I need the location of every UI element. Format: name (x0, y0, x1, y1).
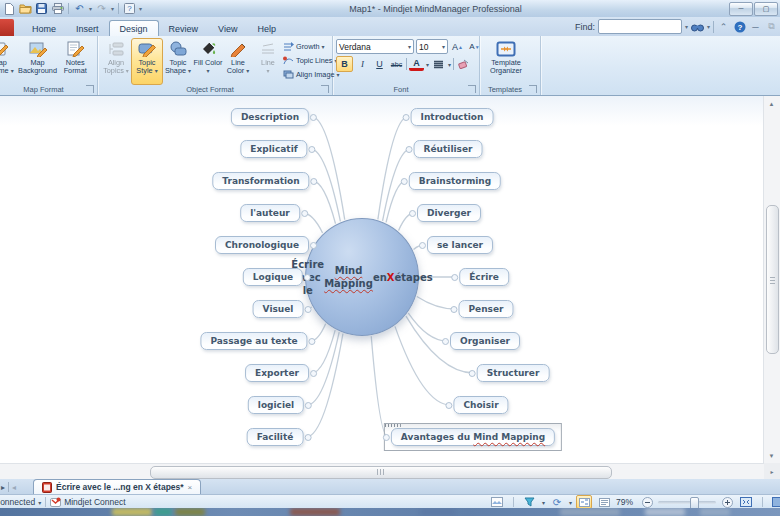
underline-button[interactable]: U (372, 57, 387, 71)
map-canvas[interactable]: Écrire avec le Mind Mapping en X étapes … (0, 96, 764, 463)
undo-caret-icon[interactable]: ▾ (89, 5, 92, 12)
outline-view-button[interactable] (596, 495, 612, 509)
topic-node[interactable]: l'auteur (240, 204, 300, 222)
tab-view[interactable]: View (208, 21, 247, 36)
tab-scroll-right-icon[interactable]: ▸ (0, 483, 8, 494)
open-folder-icon[interactable] (19, 2, 32, 15)
refresh-caret-icon[interactable]: ▾ (569, 499, 572, 506)
template-organizer-button[interactable]: TemplateOrganizer (483, 38, 529, 84)
application-menu-button[interactable] (0, 19, 14, 36)
font-color-button[interactable]: A (409, 57, 424, 71)
align-topics-button[interactable]: Align Topics ▾ (101, 38, 131, 84)
map-background-button[interactable]: Map Background (19, 38, 57, 84)
topic-node[interactable]: Réutiliser (414, 140, 483, 158)
topic-node[interactable]: Description (231, 108, 309, 126)
tab-insert[interactable]: Insert (66, 21, 109, 36)
strikethrough-button[interactable]: abc (389, 57, 404, 71)
doc-minimize-icon[interactable]: ─ (749, 20, 762, 33)
zoom-out-icon[interactable] (640, 496, 654, 508)
redo-icon[interactable]: ↷ (95, 2, 108, 15)
topic-node[interactable]: Structurer (477, 364, 550, 382)
vertical-scrollbar[interactable]: ▲ ▼ (763, 96, 780, 463)
tab-home[interactable]: Home (22, 21, 66, 36)
undo-icon[interactable]: ↶ (73, 2, 86, 15)
fill-color-button[interactable]: Fill Color ▾ (193, 38, 223, 84)
central-topic[interactable]: Écrire avec le Mind Mapping en X étapes (305, 218, 419, 336)
map-view-button[interactable] (576, 495, 592, 509)
clear-formatting-button[interactable] (456, 57, 471, 71)
minimize-button[interactable]: ─ (729, 2, 753, 16)
tab-help[interactable]: Help (247, 21, 286, 36)
zoom-slider[interactable] (658, 501, 716, 504)
topic-node[interactable]: Penser (458, 300, 513, 318)
tab-close-icon[interactable]: × (188, 483, 193, 492)
fit-map-icon[interactable] (738, 495, 754, 509)
document-tab[interactable]: Écrire avec le ...ng en X étapes* × (33, 479, 201, 494)
object-format-dialog-launcher-icon[interactable] (321, 85, 329, 93)
topic-node[interactable]: Visuel (253, 300, 304, 318)
topic-node[interactable]: Passage au texte (200, 332, 307, 350)
topic-node[interactable]: Logique (243, 268, 303, 286)
tab-review[interactable]: Review (159, 21, 209, 36)
bold-button[interactable]: B (336, 56, 353, 72)
show-notes-icon[interactable] (489, 495, 505, 509)
tab-scroll-left-icon[interactable]: ◂ (9, 483, 19, 494)
topic-style-button[interactable]: Topic Style ▾ (131, 38, 163, 85)
new-document-icon[interactable] (3, 2, 16, 15)
topic-node[interactable]: Facilité (247, 428, 304, 446)
help-icon[interactable]: ? (733, 20, 746, 33)
help-window-icon[interactable]: ? (123, 2, 136, 15)
font-size-select[interactable]: 10▾ (416, 39, 448, 54)
filter-icon[interactable] (522, 495, 538, 509)
zoom-in-icon[interactable] (720, 496, 734, 508)
scroll-down-icon[interactable]: ▼ (766, 450, 777, 461)
font-dialog-launcher-icon[interactable] (468, 85, 476, 93)
font-family-select[interactable]: Verdana▾ (336, 39, 414, 54)
topic-node[interactable]: se lancer (427, 236, 493, 254)
topic-node[interactable]: Explicatif (240, 140, 307, 158)
tab-design[interactable]: Design (109, 20, 159, 36)
map-format-dialog-launcher-icon[interactable] (86, 85, 94, 93)
horizontal-scrollbar[interactable] (0, 463, 764, 480)
topic-node[interactable]: Transformation (212, 172, 309, 190)
find-history-caret-icon[interactable]: ▾ (685, 23, 688, 30)
line-button[interactable]: Line▾ (253, 38, 283, 84)
growth-button[interactable]: Growth▾ (283, 40, 340, 53)
topic-node[interactable]: Avantages du Mind Mapping (391, 428, 555, 446)
topic-node[interactable]: Exporter (245, 364, 309, 382)
notes-format-button[interactable]: Notes Format (56, 38, 94, 84)
presentation-mode-icon[interactable] (771, 496, 780, 508)
zoom-level[interactable]: 79% (616, 497, 636, 507)
horizontal-scrollbar-thumb[interactable] (150, 466, 612, 479)
align-image-button[interactable]: Align Image▾ (283, 68, 340, 81)
refresh-view-icon[interactable]: ⟳ (549, 495, 565, 509)
topic-lines-button[interactable]: Topic Lines▾ (283, 54, 340, 67)
scroll-up-icon[interactable]: ▲ (766, 98, 777, 109)
text-alignment-caret-icon[interactable]: ▾ (448, 61, 451, 68)
map-theme-button[interactable]: Map Theme ▾ (0, 38, 19, 84)
find-input[interactable] (598, 19, 682, 34)
doc-restore-icon[interactable]: ⧉ (765, 20, 778, 33)
topic-node[interactable]: Organiser (450, 332, 520, 350)
connection-caret-icon[interactable]: ▾ (38, 499, 41, 506)
mindjet-connect[interactable]: Mindjet Connect (50, 497, 125, 508)
line-color-button[interactable]: Line Color ▾ (223, 38, 253, 84)
italic-button[interactable]: I (355, 57, 370, 71)
topic-node[interactable]: Diverger (417, 204, 481, 222)
topic-node[interactable]: Introduction (411, 108, 494, 126)
filter-caret-icon[interactable]: ▾ (542, 499, 545, 506)
connection-status[interactable]: Connected (0, 497, 35, 507)
topic-node[interactable]: Écrire (459, 268, 509, 286)
maximize-button[interactable]: ▢ (754, 2, 778, 16)
font-color-caret-icon[interactable]: ▾ (426, 61, 429, 68)
redo-caret-icon[interactable]: ▾ (111, 5, 114, 12)
print-icon[interactable] (51, 2, 64, 15)
binoculars-icon[interactable] (691, 20, 704, 33)
topic-shape-button[interactable]: Topic Shape ▾ (163, 38, 193, 84)
save-icon[interactable] (35, 2, 48, 15)
topic-node[interactable]: Brainstorming (409, 172, 501, 190)
collapse-ribbon-icon[interactable]: ⌃ (717, 20, 730, 33)
topic-node[interactable]: Chronologique (215, 236, 309, 254)
templates-dialog-launcher-icon[interactable] (529, 85, 537, 93)
topic-node[interactable]: Choisir (453, 396, 508, 414)
